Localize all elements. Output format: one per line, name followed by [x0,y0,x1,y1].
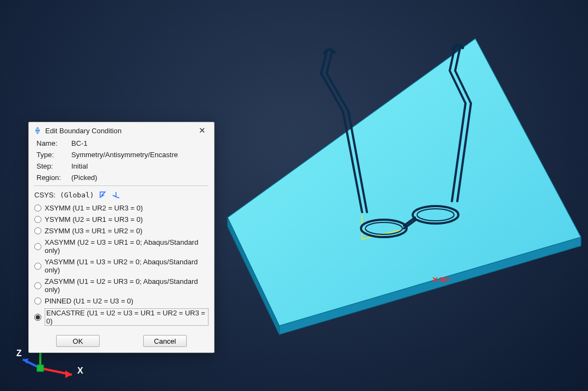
svg-rect-17 [35,129,40,132]
bc-option-radio[interactable] [34,314,41,321]
app-icon [33,126,42,135]
region-label: Region: [34,172,69,183]
bc-option-radio[interactable] [34,227,41,234]
bc-option-4[interactable]: YASYMM (U1 = U3 = UR2 = 0; Abaqus/Standa… [34,256,209,276]
name-value: BC-1 [69,138,209,149]
cancel-button[interactable]: Cancel [143,335,187,347]
bc-option-label: XSYMM (U1 = UR2 = UR3 = 0) [45,204,143,212]
csys-create-icon[interactable] [112,190,120,199]
bc-option-0[interactable]: XSYMM (U1 = UR2 = UR3 = 0) [34,202,209,214]
reference-point-label: ✕ RP [432,275,449,284]
edit-boundary-condition-dialog: Edit Boundary Condition ✕ Name: BC-1 Typ… [28,122,215,353]
bc-option-radio[interactable] [34,204,41,212]
bc-option-5[interactable]: ZASYMM (U1 = U2 = UR3 = 0; Abaqus/Standa… [34,276,209,295]
ok-button[interactable]: OK [56,335,100,347]
svg-point-8 [417,209,454,221]
triad-z-label: Z [16,349,22,358]
svg-marker-0 [228,39,581,326]
svg-line-20 [116,197,119,198]
step-label: Step: [34,160,69,172]
dialog-info-table: Name: BC-1 Type: Symmetry/Antisymmetry/E… [34,138,209,183]
bc-option-1[interactable]: YSYMM (U2 = UR1 = UR3 = 0) [34,214,209,225]
bc-option-label: PINNED (U1 = U2 = U3 = 0) [45,297,133,305]
reference-point-text: RP [439,276,449,284]
svg-line-4 [362,229,403,239]
type-label: Type: [34,149,69,160]
dialog-titlebar[interactable]: Edit Boundary Condition ✕ [29,122,214,138]
bc-option-label: ZASYMM (U1 = U2 = UR3 = 0; Abaqus/Standa… [45,277,209,294]
close-button[interactable]: ✕ [194,126,210,135]
bc-option-label: YSYMM (U2 = UR1 = UR3 = 0) [45,215,143,224]
bc-type-radio-group: XSYMM (U1 = UR2 = UR3 = 0)YSYMM (U2 = UR… [34,202,209,327]
bc-option-3[interactable]: XASYMM (U2 = U3 = UR1 = 0; Abaqus/Standa… [34,237,209,256]
svg-marker-18 [36,132,39,134]
svg-point-7 [413,206,458,224]
bc-option-label: YASYMM (U1 = U3 = UR2 = 0; Abaqus/Standa… [45,258,209,274]
svg-marker-14 [65,370,72,378]
svg-marker-2 [228,218,279,334]
bc-option-radio[interactable] [34,263,41,270]
name-label: Name: [34,138,69,149]
step-value: Initial [69,160,209,172]
bc-option-label: ENCASTRE (U1 = U2 = U3 = UR1 = UR2 = UR3… [45,308,209,326]
svg-point-6 [365,222,402,234]
bc-option-radio[interactable] [34,243,41,250]
triad-x-label: X [77,366,83,376]
csys-row: CSYS: (Global) [34,190,209,199]
bc-option-6[interactable]: PINNED (U1 = U2 = U3 = 0) [34,295,209,307]
svg-rect-15 [37,365,44,371]
dialog-title: Edit Boundary Condition [45,127,194,135]
bc-option-2[interactable]: ZSYMM (U3 = UR1 = UR2 = 0) [34,225,209,237]
bc-option-radio[interactable] [34,282,41,289]
csys-value: (Global) [60,191,94,199]
svg-marker-1 [279,237,581,334]
bc-option-7[interactable]: ENCASTRE (U1 = U2 = U3 = UR1 = UR2 = UR3… [34,307,209,327]
dialog-separator [34,185,209,186]
csys-select-icon[interactable] [99,190,107,199]
bc-option-radio[interactable] [34,297,41,305]
svg-marker-16 [36,127,39,129]
svg-line-21 [113,195,116,197]
csys-label: CSYS: [34,191,56,199]
reference-point-cross: ✕ [432,275,438,284]
type-value: Symmetry/Antisymmetry/Encastre [69,149,209,160]
viewport[interactable]: ✕ RP Y Z X [0,0,588,391]
bc-option-label: ZSYMM (U3 = UR1 = UR2 = 0) [45,227,143,235]
bc-option-radio[interactable] [34,216,41,223]
bc-option-label: XASYMM (U2 = U3 = UR1 = 0; Abaqus/Standa… [45,238,209,255]
svg-point-5 [361,220,407,237]
region-value: (Picked) [69,172,209,183]
